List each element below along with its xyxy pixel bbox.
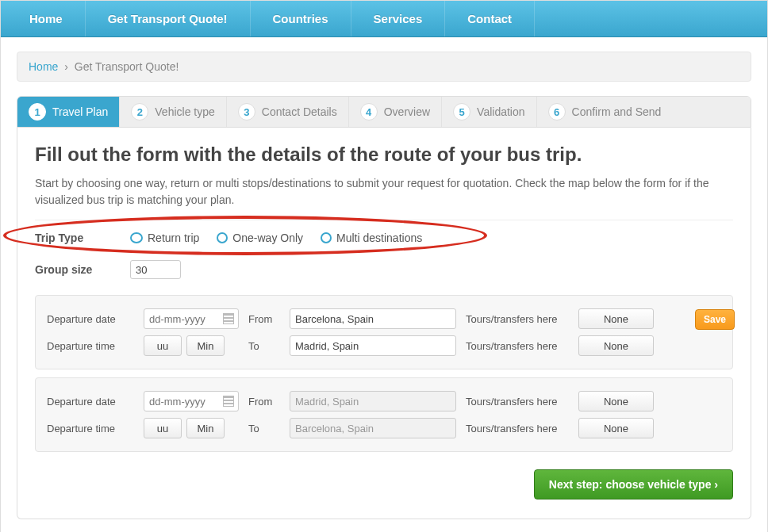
step-contact-details[interactable]: 3 Contact Details [227,97,349,127]
nav-countries[interactable]: Countries [251,1,351,36]
step-travel-plan[interactable]: 1 Travel Plan [17,97,120,127]
group-size-row: Group size [35,252,733,287]
radio-return-trip[interactable]: Return trip [130,232,199,244]
from-label: From [248,313,280,325]
form-panel: Fill out the form with the details of th… [17,128,751,519]
from-label: From [248,396,280,408]
tours-select[interactable]: None [578,391,654,411]
tours-label: Tours/transfers here [466,313,569,325]
divider [35,220,733,220]
departure-date-label: Departure date [47,313,134,325]
top-nav: Home Get Transport Quote! Countries Serv… [1,1,767,37]
radio-one-way[interactable]: One-way Only [217,232,303,244]
wizard-steps: 1 Travel Plan 2 Vehicle type 3 Contact D… [17,96,751,128]
step-number: 3 [238,103,255,121]
hour-select[interactable]: uu [144,418,182,438]
radio-icon [130,232,143,243]
radio-label: Return trip [148,232,199,244]
group-size-input[interactable] [130,260,181,279]
tours-select[interactable]: None [578,418,654,438]
step-number: 5 [453,103,470,121]
to-input[interactable] [290,335,456,356]
trip-type-label: Trip Type [35,232,130,244]
breadcrumb-home-link[interactable]: Home [29,60,58,73]
step-number: 4 [360,103,378,121]
step-number: 6 [548,103,566,121]
radio-multi[interactable]: Multi destinations [321,232,422,244]
tours-select[interactable]: None [578,335,654,356]
step-overview[interactable]: 4 Overview [349,97,442,127]
step-label: Vehicle type [155,105,215,118]
to-input [290,418,456,438]
nav-contact[interactable]: Contact [445,1,535,36]
step-label: Validation [477,105,524,118]
step-number: 2 [131,103,148,121]
trip-type-row: Trip Type Return trip One-way Only Mu [35,224,733,252]
departure-time-label: Departure time [47,340,134,352]
radio-label: Multi destinations [336,232,422,244]
next-step-button[interactable]: Next step: choose vehicle type › [534,469,733,499]
radio-icon [217,232,228,243]
departure-time-label: Departure time [47,423,134,434]
step-confirm-send[interactable]: 6 Confirm and Send [537,97,751,127]
step-label: Confirm and Send [572,105,662,118]
step-vehicle-type[interactable]: 2 Vehicle type [120,97,227,127]
departure-date-label: Departure date [47,396,134,408]
from-input [290,391,456,411]
nav-quote[interactable]: Get Transport Quote! [86,1,251,36]
to-label: To [248,423,280,434]
tours-label: Tours/transfers here [466,423,569,434]
breadcrumb-sep: › [64,60,68,73]
tours-label: Tours/transfers here [466,396,569,408]
step-number: 1 [29,103,46,121]
hour-select[interactable]: uu [144,335,182,356]
radio-label: One-way Only [232,232,303,244]
nav-services[interactable]: Services [351,1,446,36]
radio-icon [321,232,332,243]
step-validation[interactable]: 5 Validation [442,97,536,127]
page-title: Fill out the form with the details of th… [35,144,733,166]
minute-select[interactable]: Min [186,418,225,438]
trip-leg: Departure date From Tours/transfers here… [35,295,733,369]
tours-label: Tours/transfers here [466,340,569,352]
tours-select[interactable]: None [578,308,654,329]
calendar-icon[interactable] [223,313,234,324]
calendar-icon[interactable] [223,396,234,407]
from-input[interactable] [290,308,456,329]
intro-text: Start by choosing one way, return or mul… [35,175,733,209]
to-label: To [248,340,280,352]
save-button[interactable]: Save [695,309,735,330]
nav-home[interactable]: Home [1,1,86,36]
trip-leg: Departure date From Tours/transfers here… [35,377,733,452]
breadcrumb-current: Get Transport Quote! [75,60,179,73]
minute-select[interactable]: Min [186,335,225,356]
breadcrumb: Home › Get Transport Quote! [17,52,751,82]
group-size-label: Group size [35,263,130,276]
step-label: Overview [384,105,430,118]
step-label: Contact Details [262,105,337,118]
step-label: Travel Plan [52,105,108,118]
